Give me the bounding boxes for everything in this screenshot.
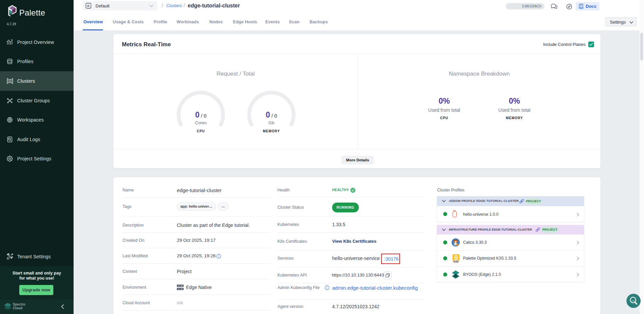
svg-text:K3S: K3S [454,260,459,263]
